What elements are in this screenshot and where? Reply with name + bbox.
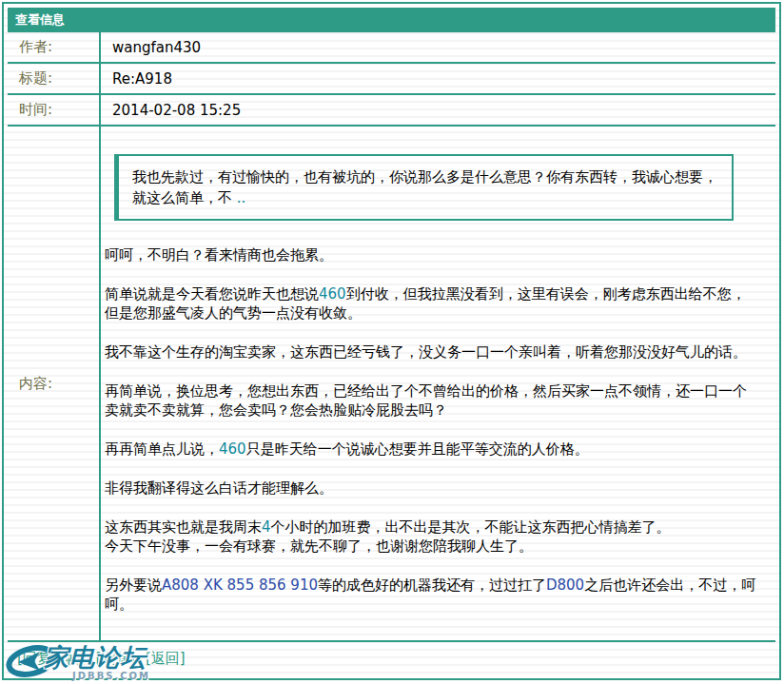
body-text: 再简单说，换位思考，您想出东西，已经给出了个不曾给出的价格，然后买家一点不领情，… [105,382,747,419]
body-text: 再再简单点儿说， [105,440,219,458]
subject-row: 标题: Re:A918 [8,64,775,95]
footer-links: [回复此帖] [删除] [返回] [17,650,191,667]
accent-text: D800 [546,577,584,594]
body-text: 呵呵，不明白？看来情商也会拖累。 [105,246,333,264]
body-text: 个小时的加班费，出不出是其次，不能让这东西把心情搞差了。 [271,518,671,536]
footer-link-1[interactable]: [删除] [96,650,136,667]
subject-label: 标题: [8,64,101,93]
accent-text: 4 [262,518,271,536]
accent-text: 460 [319,285,346,303]
content-row: 内容: 我也先款过，有过愉快的，也有被坑的，你说那么多是什么意思？你有东西转，我… [8,127,775,642]
message-paragraph: 简单说就是今天看您说昨天也想说460到付收，但我拉黑没看到，这里有误会，刚考虑东… [105,284,756,322]
body-text: 另外要说 [105,577,162,594]
time-value: 2014-02-08 15:25 [101,95,775,125]
footer-link-0[interactable]: [回复此帖] [17,650,86,667]
content-body: 我也先款过，有过愉快的，也有被坑的，你说那么多是什么意思？你有东西转，我诚心想要… [101,127,775,640]
footer-link-2[interactable]: [返回] [146,650,186,667]
author-label: 作者: [8,32,101,62]
time-row: 时间: 2014-02-08 15:25 [8,95,775,127]
body-text: 简单说就是今天看您说昨天也想说 [105,285,319,303]
page-title: 查看信息 [8,8,775,32]
content-label: 内容: [8,127,101,640]
author-value: wangfan430 [101,32,775,62]
time-label: 时间: [8,95,101,125]
message-paragraph: 再再简单点儿说，460只是昨天给一个说诚心想要并且能平等交流的人价格。 [105,440,756,459]
body-text: 我不靠这个生存的淘宝卖家，这东西已经亏钱了，没义务一口一个亲叫着，听着您那没没好… [105,343,747,361]
body-text: 等的成色好的机器我还有，过过扛了 [318,577,546,594]
accent-text: 460 [219,440,246,458]
message-paragraph: 再简单说，换位思考，您想出东西，已经给出了个不曾给出的价格，然后买家一点不领情，… [105,381,756,420]
body-text: 这东西其实也就是我周末 [105,518,262,536]
footer-actions: [回复此帖] [删除] [返回] [8,642,775,674]
quoted-message: 我也先款过，有过愉快的，也有被坑的，你说那么多是什么意思？你有东西转，我诚心想要… [114,154,734,221]
accent-text: A808 XK 855 856 910 [162,577,318,594]
message-paragraph: 我不靠这个生存的淘宝卖家，这东西已经亏钱了，没义务一口一个亲叫着，听着您那没没好… [105,342,756,362]
author-row: 作者: wangfan430 [8,32,775,64]
body-text: 只是昨天给一个说诚心想要并且能平等交流的人价格。 [246,440,589,458]
message-paragraph: 呵呵，不明白？看来情商也会拖累。 [105,245,756,264]
message-paragraph: 非得我翻译得这么白话才能理解么。 [105,479,756,498]
message-paragraph: 另外要说A808 XK 855 856 910等的成色好的机器我还有，过过扛了D… [105,576,756,614]
quote-text: 我也先款过，有过愉快的，也有被坑的，你说那么多是什么意思？你有东西转，我诚心想要… [132,168,717,206]
content-paragraphs: 呵呵，不明白？看来情商也会拖累。简单说就是今天看您说昨天也想说460到付收，但我… [105,245,756,614]
message-paragraph: 这东西其实也就是我周末4个小时的加班费，出不出是其次，不能让这东西把心情搞差了。… [105,518,756,556]
accent-text: .. [237,189,246,206]
subject-value: Re:A918 [101,64,775,93]
body-text: 我也先款过，有过愉快的，也有被坑的，你说那么多是什么意思？你有东西转，我诚心想要… [132,168,717,206]
body-text: 非得我翻译得这么白话才能理解么。 [105,479,333,497]
view-message-panel: 查看信息 作者: wangfan430 标题: Re:A918 时间: 2014… [2,2,781,680]
body-text: 今天下午没事，一会有球赛，就先不聊了，也谢谢您陪我聊人生了。 [105,537,533,555]
